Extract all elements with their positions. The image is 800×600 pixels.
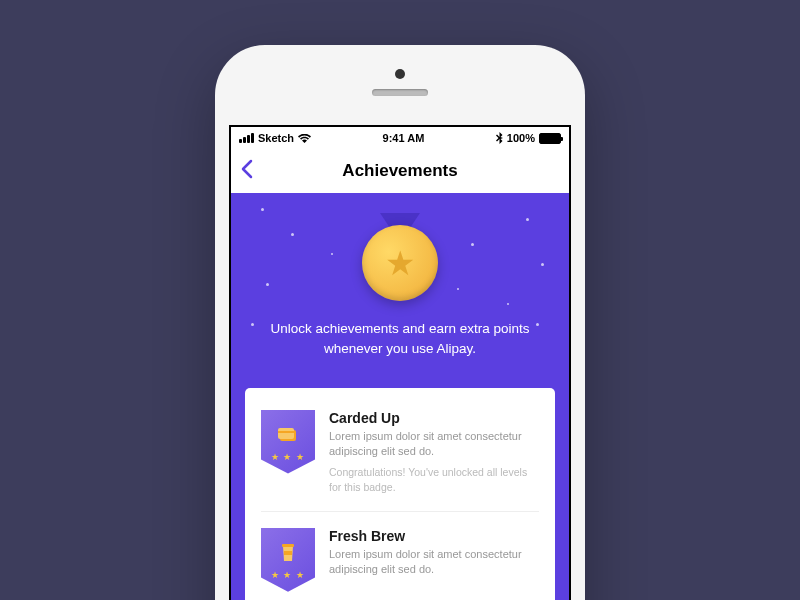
- hero-text: Unlock achievements and earn extra point…: [255, 319, 545, 360]
- screen: Sketch 9:41 AM 100% Achievements: [229, 125, 571, 600]
- achievement-badge: ★ ★ ★: [261, 528, 315, 592]
- badge-stars: ★ ★ ★: [271, 570, 305, 580]
- hero-section: ★ Unlock achievements and earn extra poi…: [231, 193, 569, 388]
- bluetooth-icon: [496, 132, 503, 144]
- carrier-label: Sketch: [258, 132, 294, 144]
- back-button[interactable]: [241, 157, 253, 185]
- svg-rect-3: [282, 544, 294, 547]
- star-icon: ★: [385, 243, 415, 283]
- chevron-left-icon: [241, 159, 253, 179]
- achievement-item[interactable]: ★ ★ ★ Fresh Brew Lorem ipsum dolor sit a…: [261, 522, 539, 598]
- status-bar: Sketch 9:41 AM 100%: [231, 127, 569, 149]
- signal-icon: [239, 133, 254, 143]
- phone-frame: Sketch 9:41 AM 100% Achievements: [215, 45, 585, 600]
- achievement-description: Lorem ipsum dolor sit amet consectetur a…: [329, 547, 539, 578]
- medal-icon: ★: [362, 225, 438, 301]
- phone-speaker: [372, 89, 428, 96]
- achievement-badge: ★ ★ ★: [261, 410, 315, 474]
- coffee-icon: [280, 543, 296, 568]
- achievement-congrats: Congratulations! You've unlocked all lev…: [329, 465, 539, 494]
- divider: [261, 511, 539, 512]
- page-title: Achievements: [342, 161, 457, 181]
- time-label: 9:41 AM: [383, 132, 425, 144]
- svg-rect-4: [284, 551, 292, 555]
- wifi-icon: [298, 134, 311, 143]
- svg-rect-1: [278, 428, 294, 439]
- battery-percent: 100%: [507, 132, 535, 144]
- achievement-description: Lorem ipsum dolor sit amet consectetur a…: [329, 429, 539, 460]
- achievement-title: Carded Up: [329, 410, 539, 426]
- battery-icon: [539, 133, 561, 144]
- card-icon: [277, 426, 299, 449]
- nav-bar: Achievements: [231, 149, 569, 193]
- achievement-title: Fresh Brew: [329, 528, 539, 544]
- achievement-item[interactable]: ★ ★ ★ Carded Up Lorem ipsum dolor sit am…: [261, 404, 539, 501]
- achievement-list[interactable]: ★ ★ ★ Carded Up Lorem ipsum dolor sit am…: [231, 388, 569, 601]
- svg-rect-2: [278, 431, 294, 433]
- badge-stars: ★ ★ ★: [271, 452, 305, 462]
